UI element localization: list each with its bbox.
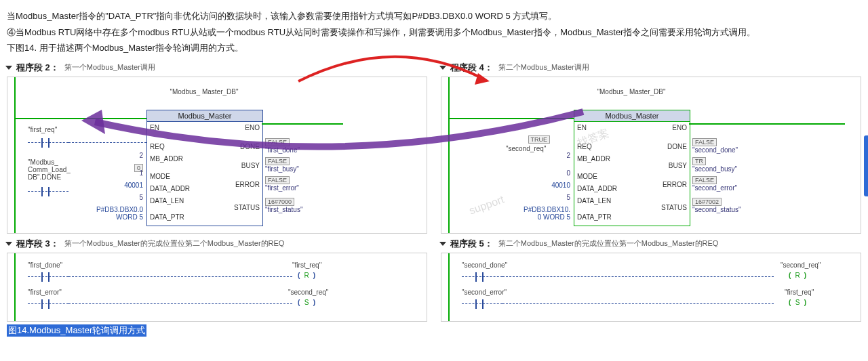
set-coil-icon: S	[791, 299, 804, 308]
net4-header[interactable]: 程序段 4： 第二个Modbus_Master调用	[441, 62, 861, 74]
net3-header[interactable]: 程序段 3： 第一个Modbus_Master的完成位置位第二个Modbus_M…	[7, 238, 427, 250]
net2-diagram: "Modbus_ Master_DB" Modbus_Master EN REQ…	[7, 77, 427, 234]
net2-desc: 第一个Modbus_Master调用	[64, 62, 155, 72]
net4-diagram: "Modbus_ Master_DB" Modbus_Master EN REQ…	[441, 77, 861, 234]
net5-desc: 第二个Modbus_Master的完成位置位第一个Modbus_Master的R…	[498, 238, 719, 249]
net3-desc: 第一个Modbus_Master的完成位置位第二个Modbus_Master的R…	[64, 238, 285, 249]
db-name: "Modbus_ Master_DB"	[163, 88, 245, 95]
collapse-icon[interactable]	[5, 242, 12, 246]
db-name: "Modbus_ Master_DB"	[591, 88, 672, 95]
side-handle[interactable]	[864, 135, 868, 196]
paragraph-2: ④当Modbus RTU网络中存在多个modbus RTU从站或一个modbus…	[7, 26, 861, 39]
collapse-icon[interactable]	[5, 66, 12, 70]
modbus-master-block[interactable]: Modbus_Master EN REQ MB_ADDR MODE DATA_A…	[574, 110, 690, 226]
paragraph-1: 当Modbus_Master指令的"DATA_PTR"指向非优化访问的数据块时，…	[7, 9, 861, 23]
modbus-master-block[interactable]: Modbus_Master EN REQ MB_ADDR MODE DATA_A…	[146, 110, 263, 226]
collapse-icon[interactable]	[439, 66, 446, 70]
net3-title: 程序段 3：	[16, 238, 59, 250]
first-req-tag: "first_req"	[28, 126, 57, 133]
contact-icon	[28, 191, 68, 192]
reset-coil-icon: R	[300, 272, 313, 281]
block-header: Modbus_Master	[574, 110, 690, 122]
net4-title: 程序段 4：	[450, 62, 493, 74]
watermark: support	[468, 193, 506, 217]
contact-icon	[28, 142, 68, 143]
net2-header[interactable]: 程序段 2： 第一个Modbus_Master调用	[7, 62, 427, 74]
paragraph-3: 下图14. 用于描述两个Modbus_Master指令轮询调用的方式。	[7, 41, 861, 55]
net5-title: 程序段 5：	[450, 238, 493, 250]
second-req-tag: "second_req"	[506, 145, 546, 152]
collapse-icon[interactable]	[439, 242, 446, 246]
top-row: 程序段 2： 第一个Modbus_Master调用 "Modbus_ Maste…	[7, 58, 861, 234]
net4-desc: 第二个Modbus_Master调用	[498, 62, 589, 72]
net5-diagram: "second_done" "second_req" R "second_err…	[441, 253, 861, 322]
block-header: Modbus_Master	[147, 110, 262, 122]
net2-title: 程序段 2：	[16, 62, 59, 74]
reset-coil-icon: R	[791, 272, 804, 281]
figure-caption: 图14.Modbus_Master轮询调用方式	[7, 324, 146, 337]
side-tag: "Modbus_ Comm_Load_ DB".DONE	[28, 158, 71, 181]
bottom-row: 程序段 3： 第一个Modbus_Master的完成位置位第二个Modbus_M…	[7, 234, 861, 322]
net5-header[interactable]: 程序段 5： 第二个Modbus_Master的完成位置位第一个Modbus_M…	[441, 238, 861, 250]
set-coil-icon: S	[300, 299, 313, 308]
net3-diagram: "first_done" "first_req" R "first_error"…	[7, 253, 427, 322]
